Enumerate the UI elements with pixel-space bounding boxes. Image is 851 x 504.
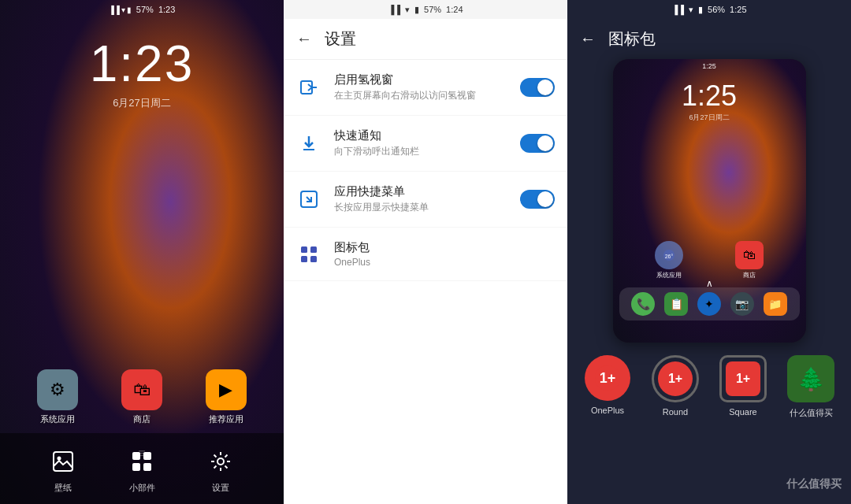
battery-icon-1: ▮ (127, 6, 132, 14)
svg-rect-14 (310, 246, 317, 253)
clock-date-1: 6月27日周二 (0, 96, 284, 110)
panel-settings: ▐▐ ▾ ▮ 57% 1:24 ← 设置 启用氢视窗 在主页屏幕向右滑动以访问氢… (284, 0, 567, 504)
iconpack-back-button[interactable]: ← (580, 30, 596, 48)
phone-store-icon: 🛍 (735, 241, 764, 269)
status-icons-1: ▐▐ ▾ ▮ (109, 6, 132, 14)
phone-time-status: 1:25 (702, 62, 716, 70)
app-store-icon: 🛍 (121, 369, 162, 410)
iconpack-round[interactable]: 1+ Round (645, 355, 706, 419)
phone-dock: 📞 📋 ✦ 📷 📁 (619, 287, 800, 321)
iconpack-oneplus[interactable]: 1+ OnePlus (577, 355, 638, 419)
svg-rect-0 (54, 452, 72, 471)
battery-percent-1: 57% (136, 5, 154, 14)
time-display-1: 1:23 (158, 5, 175, 14)
time-display-2: 1:24 (446, 5, 463, 14)
app-menu-toggle[interactable] (520, 190, 555, 209)
hydrogen-window-icon (296, 75, 321, 100)
panel-iconpack: ▐▐ ▾ ▮ 56% 1:25 ← 图标包 1:25 1:25 6月27日周二 … (567, 0, 851, 504)
status-bar-1: ▐▐ ▾ ▮ 57% 1:23 (0, 0, 284, 19)
signal-icon-2: ▐▐ (388, 5, 400, 14)
phone-clock: 1:25 6月27日周二 (613, 80, 806, 123)
phone-dock-star: ✦ (697, 292, 721, 316)
dock-wallpaper-icon (46, 444, 80, 479)
app-system-icon: ⚙ (37, 369, 78, 410)
icon-pack-icon (296, 242, 321, 267)
svg-rect-3 (143, 452, 151, 460)
icon-pack-subtitle: OnePlus (334, 257, 555, 268)
battery-percent-3: 56% (708, 5, 725, 14)
svg-rect-4 (132, 463, 140, 471)
app-recommend-label: 推荐应用 (209, 413, 243, 425)
settings-toolbar: ← 设置 (284, 19, 567, 60)
app-store-label: 商店 (133, 413, 151, 425)
iconpack-oneplus-label: OnePlus (591, 406, 624, 415)
phone-dock-camera: 📷 (730, 292, 754, 316)
clock-time-1: 1:23 (0, 35, 284, 93)
app-menu-subtitle: 长按应用显示快捷菜单 (334, 201, 507, 214)
app-system-label: 系统应用 (40, 413, 75, 425)
battery-icon-2: ▮ (414, 5, 419, 15)
app-icons-row: ⚙ 系统应用 🛍 商店 ▶ 推荐应用 (0, 369, 284, 425)
battery-percent-2: 57% (424, 5, 441, 14)
iconpack-fourth-label: 什么值得买 (790, 407, 833, 419)
iconpack-title: 图标包 (608, 28, 656, 50)
app-recommend[interactable]: ▶ 推荐应用 (206, 369, 247, 425)
phone-status-bar: 1:25 (613, 59, 806, 73)
status-bar-3: ▐▐ ▾ ▮ 56% 1:25 (567, 0, 851, 19)
signal-icon-1: ▐▐ (109, 6, 120, 14)
hydrogen-window-toggle[interactable] (520, 78, 555, 97)
iconpack-fourth-preview: 🌲 (787, 355, 834, 402)
app-menu-text: 应用快捷菜单 长按应用显示快捷菜单 (334, 184, 507, 214)
svg-rect-13 (301, 246, 307, 253)
phone-dock-files: 📁 (764, 292, 787, 316)
svg-point-6 (217, 458, 224, 465)
iconpack-round-label: Round (663, 407, 688, 417)
iconpack-toolbar: ← 图标包 (567, 19, 851, 59)
wifi-icon-1: ▾ (121, 6, 125, 14)
app-menu-title: 应用快捷菜单 (334, 184, 507, 199)
app-system[interactable]: ⚙ 系统应用 (37, 369, 78, 425)
svg-rect-15 (301, 256, 307, 262)
quick-notify-title: 快速通知 (334, 128, 507, 143)
quick-notify-text: 快速通知 向下滑动呼出通知栏 (334, 128, 507, 158)
battery-icon-3: ▮ (698, 5, 703, 15)
dock-widgets[interactable]: 小部件 (124, 444, 159, 494)
dock-wallpaper[interactable]: 壁纸 (46, 444, 80, 494)
iconpack-round-preview: 1+ (652, 355, 699, 402)
back-button[interactable]: ← (296, 30, 312, 48)
iconpack-fourth[interactable]: 🌲 什么值得买 (780, 355, 842, 419)
app-recommend-icon: ▶ (206, 369, 247, 410)
setting-app-menu[interactable]: 应用快捷菜单 长按应用显示快捷菜单 (284, 172, 567, 228)
dock-bar: 壁纸 小部件 设置 (0, 433, 284, 504)
app-store[interactable]: 🛍 商店 (121, 369, 162, 425)
clock-area-1: 1:23 6月27日周二 (0, 35, 284, 110)
dock-widgets-label: 小部件 (129, 482, 155, 494)
iconpack-square-preview: 1+ (719, 355, 767, 402)
phone-dock-phone: 📞 (631, 292, 655, 316)
hydrogen-window-subtitle: 在主页屏幕向右滑动以访问氢视窗 (334, 89, 507, 102)
icon-pack-selector: 1+ OnePlus 1+ Round 1+ Square 🌲 什么值得买 (567, 343, 851, 425)
quick-notify-icon (296, 131, 321, 156)
dock-wallpaper-label: 壁纸 (54, 482, 72, 494)
phone-preview: 1:25 1:25 6月27日周二 26° 系统应用 🛍 商店 (613, 59, 806, 343)
setting-icon-pack[interactable]: 图标包 OnePlus (284, 228, 567, 281)
icon-pack-title: 图标包 (334, 240, 555, 255)
phone-app-store-preview: 🛍 商店 (735, 241, 764, 280)
iconpack-square[interactable]: 1+ Square (712, 355, 774, 419)
phone-apps-row: 26° 系统应用 🛍 商店 (613, 241, 806, 280)
phone-app-label-system: 系统应用 (656, 271, 682, 280)
setting-hydrogen-window[interactable]: 启用氢视窗 在主页屏幕向右滑动以访问氢视窗 (284, 60, 567, 116)
wifi-icon-3: ▾ (689, 5, 693, 15)
svg-text:26°: 26° (664, 254, 673, 259)
dock-settings-label: 设置 (212, 482, 229, 494)
quick-notify-toggle[interactable] (520, 134, 555, 153)
dock-settings-icon (203, 444, 238, 479)
quick-notify-subtitle: 向下滑动呼出通知栏 (334, 145, 507, 158)
setting-quick-notify[interactable]: 快速通知 向下滑动呼出通知栏 (284, 116, 567, 172)
svg-rect-7 (301, 81, 312, 94)
dock-settings[interactable]: 设置 (203, 444, 238, 494)
iconpack-oneplus-preview: 1+ (585, 355, 630, 401)
svg-rect-5 (143, 463, 151, 471)
hydrogen-window-title: 启用氢视窗 (334, 72, 507, 87)
phone-app-weather: 26° 系统应用 (655, 241, 683, 280)
